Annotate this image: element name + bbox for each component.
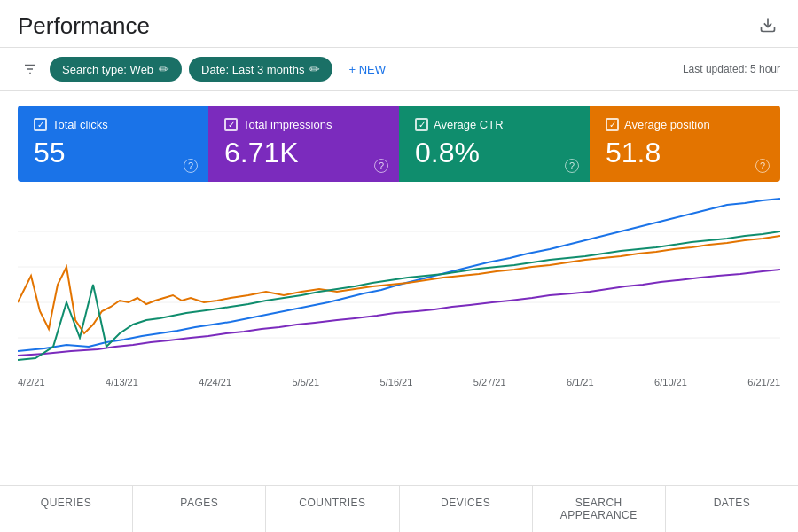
edit-icon-date: ✏ <box>309 62 320 76</box>
metric-checkbox-ctr: ✓ <box>415 118 428 131</box>
edit-icon: ✏ <box>159 62 169 76</box>
tab-queries[interactable]: QUERIES <box>0 486 133 532</box>
info-icon-impressions[interactable]: ? <box>374 159 388 173</box>
metric-value-clicks: 55 <box>34 137 192 169</box>
metric-label-clicks: ✓ Total clicks <box>34 118 192 131</box>
page-title: Performance <box>18 12 150 40</box>
metric-value-impressions: 6.71K <box>224 137 383 169</box>
metric-card-position[interactable]: ✓ Average position 51.8 ? <box>590 106 780 182</box>
filter-icon[interactable] <box>18 57 43 82</box>
toolbar: Search type: Web ✏ Date: Last 3 months ✏… <box>0 48 798 91</box>
last-updated: Last updated: 5 hour <box>683 63 780 75</box>
metric-label-ctr: ✓ Average CTR <box>415 118 574 131</box>
new-button[interactable]: + NEW <box>340 58 395 82</box>
metric-value-ctr: 0.8% <box>415 137 574 169</box>
metric-checkbox-clicks: ✓ <box>34 118 47 131</box>
metric-checkbox-impressions: ✓ <box>224 118 238 131</box>
tab-countries[interactable]: COUNTRIES <box>266 486 399 532</box>
metrics-row: ✓ Total clicks 55 ? ✓ Total impressions … <box>18 106 780 182</box>
download-icon[interactable] <box>759 16 780 37</box>
info-icon-clicks[interactable]: ? <box>184 159 198 173</box>
tab-pages[interactable]: PAGES <box>133 486 266 532</box>
x-label-7: 6/10/21 <box>654 377 687 387</box>
search-type-chip[interactable]: Search type: Web ✏ <box>50 57 182 82</box>
header-actions <box>759 16 780 37</box>
metric-label-position: ✓ Average position <box>606 118 764 131</box>
x-label-1: 4/13/21 <box>106 377 138 387</box>
metric-value-position: 51.8 <box>606 137 764 169</box>
x-label-3: 5/5/21 <box>293 377 320 387</box>
tab-devices[interactable]: DEVICES <box>400 486 533 532</box>
metric-card-impressions[interactable]: ✓ Total impressions 6.71K ? <box>208 106 399 182</box>
date-chip[interactable]: Date: Last 3 months ✏ <box>189 57 332 82</box>
tab-dates[interactable]: DATES <box>666 486 798 532</box>
x-axis-labels: 4/2/21 4/13/21 4/24/21 5/5/21 5/16/21 5/… <box>0 373 798 391</box>
x-label-8: 6/21/21 <box>747 377 780 387</box>
x-label-2: 4/24/21 <box>199 377 231 387</box>
info-icon-ctr[interactable]: ? <box>565 159 579 173</box>
x-label-5: 5/27/21 <box>473 377 506 387</box>
metric-card-clicks[interactable]: ✓ Total clicks 55 ? <box>18 106 208 182</box>
chart-area <box>18 196 780 373</box>
page-header: Performance <box>0 0 798 48</box>
x-label-0: 4/2/21 <box>18 377 45 387</box>
search-type-label: Search type: Web <box>62 63 153 76</box>
metric-label-impressions: ✓ Total impressions <box>224 118 383 131</box>
x-label-4: 5/16/21 <box>380 377 413 387</box>
tab-search-appearance[interactable]: SEARCH APPEARANCE <box>533 486 666 532</box>
info-icon-position[interactable]: ? <box>755 159 770 173</box>
metric-card-ctr[interactable]: ✓ Average CTR 0.8% ? <box>399 106 590 182</box>
metric-checkbox-position: ✓ <box>606 118 619 131</box>
date-label: Date: Last 3 months <box>201 63 304 76</box>
x-label-6: 6/1/21 <box>567 377 594 387</box>
bottom-tabs: QUERIES PAGES COUNTRIES DEVICES SEARCH A… <box>0 485 798 532</box>
performance-chart <box>18 196 780 373</box>
